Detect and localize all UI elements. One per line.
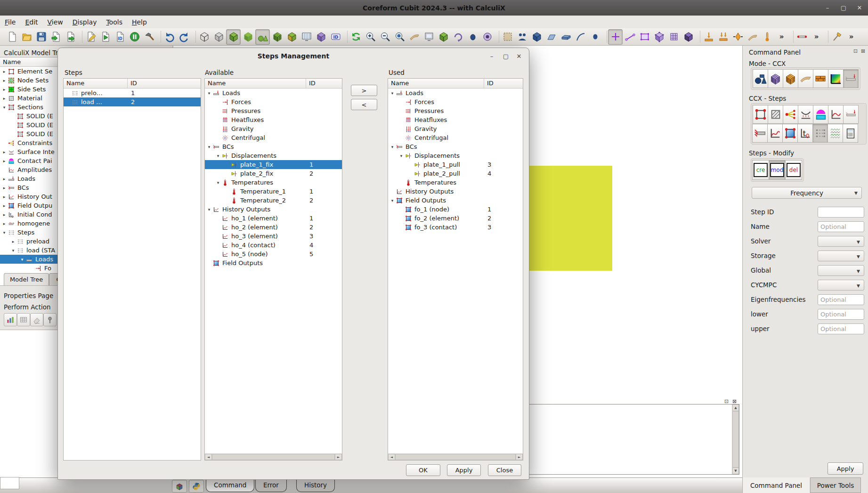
clipping-plane-button[interactable]: [422, 29, 436, 45]
horizontal-scrollbar[interactable]: ◄►: [205, 453, 342, 460]
menu-help[interactable]: Help: [127, 17, 152, 27]
upper-field[interactable]: [818, 323, 864, 334]
collapse-icon[interactable]: ▾: [1, 105, 8, 110]
collapse-icon[interactable]: ▾: [215, 180, 221, 185]
tree-row-bcs[interactable]: ▾BCs: [205, 142, 342, 151]
geom-curve-button[interactable]: [573, 29, 588, 45]
tab-error[interactable]: Error: [255, 478, 287, 492]
new-file-button[interactable]: [5, 29, 19, 45]
dialog-close-button[interactable]: Close: [488, 464, 521, 476]
mode-geometry-button[interactable]: [753, 69, 768, 88]
panel-close-icon[interactable]: ⊠: [861, 48, 865, 54]
play-ids-button[interactable]: ID: [113, 29, 127, 45]
orient-flip-button[interactable]: [730, 29, 745, 45]
pick-surface-button[interactable]: [637, 29, 652, 45]
history-outputs-button[interactable]: [767, 124, 783, 143]
scroll-thumb[interactable]: [732, 411, 739, 468]
pick-curve-button[interactable]: [623, 29, 637, 45]
expand-icon[interactable]: ▸: [1, 186, 8, 190]
zoom-fit-button[interactable]: [392, 29, 407, 45]
tree-row-forces[interactable]: Forces: [388, 97, 523, 106]
constraints-button[interactable]: [783, 105, 798, 124]
tree-row-ho-3-element-[interactable]: ho_3 (element)3: [205, 232, 342, 241]
expand-icon[interactable]: ▸: [1, 96, 8, 101]
overflow-button[interactable]: »: [774, 29, 789, 45]
mode-post-button[interactable]: [828, 69, 844, 88]
python-logo-button[interactable]: [189, 480, 204, 493]
dialog-close-icon[interactable]: ✕: [513, 51, 525, 61]
expand-icon[interactable]: ▸: [1, 159, 8, 163]
collapse-icon[interactable]: ▾: [398, 154, 405, 158]
expand-icon[interactable]: ▸: [1, 87, 8, 92]
tree-row-temperature-2[interactable]: Temperature_22: [205, 196, 342, 205]
expand-icon[interactable]: ▸: [1, 203, 8, 208]
panel-float-icon[interactable]: ⊡: [853, 48, 858, 54]
mode-mesh-purple-button[interactable]: [768, 69, 783, 88]
view-shaded-edges-button[interactable]: [226, 29, 241, 45]
tree-row-displacements[interactable]: ▾Displacements: [388, 151, 523, 160]
undo-button[interactable]: [162, 29, 177, 45]
lower-field[interactable]: [818, 309, 864, 320]
amplitudes-button[interactable]: [828, 105, 844, 124]
mode-sculpt-button[interactable]: [798, 69, 813, 88]
collapse-icon[interactable]: ▾: [1, 230, 8, 235]
scroll-thumb[interactable]: [395, 454, 516, 460]
move-right-button[interactable]: >: [351, 85, 377, 96]
tree-row-fo-1-node-[interactable]: fo_1 (node)1: [388, 205, 523, 214]
collapse-icon[interactable]: ▾: [389, 91, 396, 96]
tree-row-load-[interactable]: load …2: [64, 97, 201, 106]
cre-button[interactable]: cre: [752, 160, 769, 180]
open-file-button[interactable]: [19, 29, 34, 45]
material-button[interactable]: [768, 105, 783, 124]
sweep-blade-button[interactable]: [745, 29, 760, 45]
tree-row-fo-2-element-[interactable]: fo_2 (element)2: [388, 214, 523, 223]
expand-icon[interactable]: ▸: [10, 239, 16, 244]
action-eraser-button[interactable]: [30, 313, 43, 326]
geom-slab-button[interactable]: [559, 29, 573, 45]
close-icon[interactable]: ✕: [855, 4, 864, 11]
name-field[interactable]: [818, 221, 864, 232]
menu-file[interactable]: File: [0, 17, 20, 27]
tree-row-ho-1-element-[interactable]: ho_1 (element)1: [205, 214, 342, 223]
eigenfrequencies-field[interactable]: [818, 294, 864, 305]
contact-pairs-button[interactable]: [813, 105, 828, 124]
cycmpc-select[interactable]: ▼: [818, 280, 864, 291]
tree-row-centrifugal[interactable]: Centrifugal: [205, 133, 342, 142]
refresh-graphics-button[interactable]: [349, 29, 363, 45]
tree-row-history-outputs[interactable]: History Outputs: [388, 187, 523, 196]
scroll-thumb[interactable]: [212, 454, 335, 460]
ccx-loads-beam-button[interactable]: [843, 69, 859, 88]
view-wireframe-button[interactable]: [197, 29, 211, 45]
column-header-id[interactable]: ID: [130, 80, 137, 87]
pause-button[interactable]: [127, 29, 142, 45]
show-ids-button[interactable]: ID: [328, 29, 343, 45]
tree-row-forces[interactable]: Forces: [205, 97, 342, 106]
maximize-icon[interactable]: ▢: [839, 4, 848, 11]
expand-icon[interactable]: ▸: [1, 69, 8, 74]
step-type-select[interactable]: Frequency ▼: [752, 187, 862, 199]
panel-apply-button[interactable]: Apply: [827, 462, 863, 475]
cubit-logo-button[interactable]: [172, 480, 187, 493]
tree-row-temperature-1[interactable]: Temperature_11: [205, 187, 342, 196]
assembly-group-button[interactable]: [515, 29, 529, 45]
dialog-maximize-icon[interactable]: ▢: [500, 51, 512, 61]
overflow-button[interactable]: »: [809, 29, 824, 45]
view-volume-button[interactable]: [314, 29, 328, 45]
tree-row-pressures[interactable]: Pressures: [205, 106, 342, 115]
storage-select[interactable]: ▼: [818, 251, 864, 261]
tree-row-bcs[interactable]: ▾BCs: [388, 142, 523, 151]
redo-button[interactable]: [177, 29, 191, 45]
expand-icon[interactable]: ▸: [1, 78, 8, 83]
menu-view[interactable]: View: [43, 17, 68, 27]
tree-row-ho-4-contact-[interactable]: ho_4 (contact)4: [205, 241, 342, 250]
collapse-icon[interactable]: ▾: [389, 198, 396, 203]
tree-row-field-outputs[interactable]: Field Outputs: [205, 259, 342, 267]
collapse-icon[interactable]: ▾: [19, 257, 25, 262]
save-file-button[interactable]: [34, 29, 49, 45]
horizontal-scrollbar[interactable]: ◄►: [388, 453, 523, 460]
play-journal-button[interactable]: [98, 29, 113, 45]
zoom-in-button[interactable]: [363, 29, 378, 45]
clipboard-button[interactable]: [843, 124, 858, 143]
import-file-button[interactable]: [49, 29, 63, 45]
tree-row-gravity[interactable]: Gravity: [205, 124, 342, 133]
